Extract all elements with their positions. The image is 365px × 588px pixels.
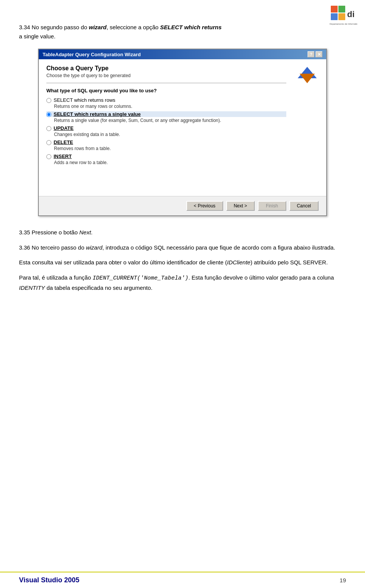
section-334-heading: 3.34 No segundo passo do wizard, selecci… (19, 23, 346, 41)
svg-rect-2 (331, 13, 338, 20)
wizard-option-1: SELECT which returns rows (46, 97, 286, 103)
di-logo: di Departamento de Informática (329, 4, 357, 26)
svg-rect-1 (338, 6, 345, 13)
section-336-para1: 3.36 No terceiro passo do wizard, introd… (19, 243, 346, 253)
wizard-question: What type of SQL query would you like to… (46, 88, 286, 93)
close-button[interactable]: ✕ (316, 51, 322, 57)
wizard-icon-area (292, 65, 319, 190)
wizard-footer: < Previous Next > Finish Cancel (39, 196, 326, 215)
wizard-title-bar: TableAdapter Query Configuration Wizard … (39, 49, 326, 59)
ident-func-code: IDENT_CURRENT('Nome_Tabela') (92, 275, 188, 281)
wizard-choose-title: Choose a Query Type (46, 65, 286, 72)
wizard-body: Choose a Query Type Choose the type of q… (39, 59, 326, 196)
wizard-main: Choose a Query Type Choose the type of q… (46, 65, 286, 190)
next-button[interactable]: Next > (226, 201, 255, 211)
page-footer: Visual Studio 2005 19 (0, 572, 365, 588)
radio-option-4[interactable] (46, 140, 51, 145)
arrow-down-icon (300, 74, 315, 83)
section-335: 3.35 Pressione o botão Next. (19, 228, 346, 237)
option-3-label: UPDATE (54, 125, 73, 131)
option-4-desc: Removes rows from a table. (54, 146, 286, 151)
section-336-para2: Esta consulta vai ser utilizada para obt… (19, 258, 346, 267)
footer-page-number: 19 (340, 577, 346, 583)
section-336-para3: Para tal, é utilizada a função IDENT_CUR… (19, 273, 346, 293)
svg-rect-0 (331, 6, 338, 13)
finish-button[interactable]: Finish (258, 201, 286, 211)
wizard-option-2: SELECT which returns a single value (46, 111, 286, 117)
option-5-desc: Adds a new row to a table. (54, 160, 286, 165)
radio-option-1[interactable] (46, 98, 51, 103)
cancel-button[interactable]: Cancel (289, 201, 319, 211)
wizard-title-text: TableAdapter Query Configuration Wizard (43, 52, 141, 57)
wizard-option-3: UPDATE (46, 125, 286, 131)
wizard-option-4: DELETE (46, 139, 286, 145)
option-3-desc: Changes existing data in a table. (54, 132, 286, 137)
radio-option-3[interactable] (46, 126, 51, 131)
option-4-label: DELETE (54, 139, 73, 145)
logo-area: di Departamento de Informática (329, 4, 357, 27)
option-1-desc: Returns one or many rows or columns. (54, 104, 286, 109)
radio-option-2[interactable] (46, 112, 51, 117)
wizard-option-5: INSERT (46, 153, 286, 159)
wizard-choose-subtitle: Choose the type of query to be generated (46, 73, 286, 78)
svg-text:di: di (347, 9, 355, 19)
option-2-desc: Returns a single value (for example, Sum… (54, 118, 286, 123)
wizard-separator (46, 83, 286, 83)
svg-rect-3 (338, 13, 345, 20)
svg-text:Departamento de Informática: Departamento de Informática (330, 23, 357, 25)
radio-option-5[interactable] (46, 154, 51, 159)
option-2-label: SELECT which returns a single value (54, 111, 141, 117)
footer-brand: Visual Studio 2005 (19, 576, 79, 584)
wizard-step-icon (296, 67, 319, 88)
wizard-title-buttons: ? ✕ (308, 51, 322, 57)
option-1-label: SELECT which returns rows (54, 97, 115, 103)
wizard-dialog: TableAdapter Query Configuration Wizard … (38, 49, 327, 216)
help-button[interactable]: ? (308, 51, 314, 57)
previous-button[interactable]: < Previous (186, 201, 223, 211)
option-5-label: INSERT (54, 153, 72, 159)
page-content: 3.34 No segundo passo do wizard, selecci… (0, 0, 365, 329)
